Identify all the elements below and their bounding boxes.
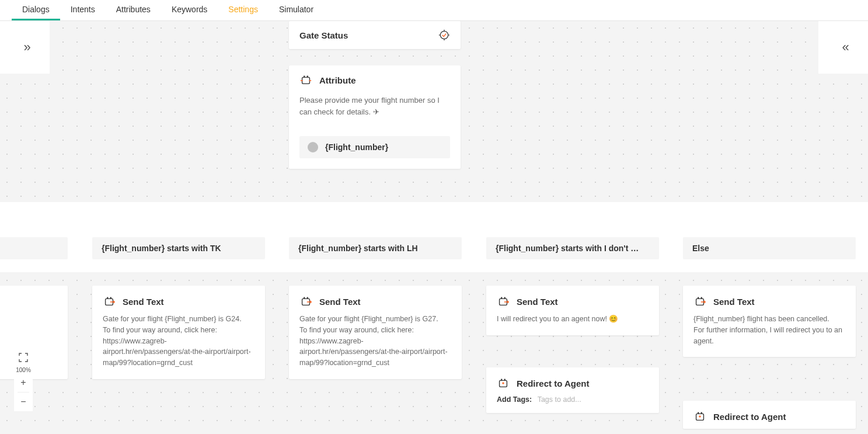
branch-lh[interactable]: {Flight_number} starts with LH <box>289 237 462 259</box>
card-body: I will redirect you to an agent now! 😊 <box>486 314 659 335</box>
attribute-text: Please provide me your flight number so … <box>289 95 461 128</box>
card-body: {Flight_number} flight has been cancelle… <box>683 314 856 357</box>
robot-agent-icon <box>693 410 706 423</box>
redirect-card-idk[interactable]: Redirect to Agent Add Tags: Tags to add.… <box>486 367 659 413</box>
svg-point-0 <box>440 31 448 39</box>
gate-status-node[interactable]: Gate Status <box>289 21 461 49</box>
tab-settings[interactable]: Settings <box>218 0 269 20</box>
chip-dot-icon <box>308 142 318 152</box>
svg-rect-5 <box>302 77 310 84</box>
robot-icon <box>497 295 510 308</box>
redirect-card-else[interactable]: Redirect to Agent <box>683 401 856 429</box>
send-text-card-ou[interactable]: Send Text _number} is G1 click rt.hr/en/… <box>0 286 68 379</box>
zoom-controls: 100% + − <box>14 348 33 411</box>
card-title: Send Text <box>517 297 558 307</box>
tab-intents[interactable]: Intents <box>60 0 106 20</box>
flow-canvas[interactable]: » « Gate Status <box>0 21 868 434</box>
add-tags-placeholder: Tags to add... <box>538 395 581 404</box>
attribute-chip[interactable]: {Flight_number} <box>299 136 450 158</box>
robot-icon <box>103 295 116 308</box>
chip-label: {Flight_number} <box>325 143 388 152</box>
robot-icon <box>299 74 312 86</box>
nav-tabs: Dialogs Intents Attributes Keywords Sett… <box>0 0 868 21</box>
robot-agent-icon <box>497 377 510 390</box>
add-tags-row[interactable]: Add Tags: Tags to add... <box>486 395 659 413</box>
card-body: Gate for your flight {Flight_number} is … <box>92 314 265 379</box>
card-title: Redirect to Agent <box>517 379 589 388</box>
add-tags-label: Add Tags: <box>497 395 532 404</box>
fit-view-button[interactable] <box>14 348 33 367</box>
tab-attributes[interactable]: Attributes <box>106 0 161 20</box>
tab-simulator[interactable]: Simulator <box>269 0 324 20</box>
attribute-title: Attribute <box>319 75 356 85</box>
right-panel-toggle[interactable]: « <box>818 21 868 74</box>
branch-idk[interactable]: {Flight_number} starts with I don't … <box>486 237 659 259</box>
card-title: Redirect to Agent <box>713 412 786 422</box>
branch-tk[interactable]: {Flight_number} starts with TK <box>92 237 265 259</box>
card-title: Send Text <box>123 297 164 307</box>
card-body: Gate for your flight {Flight_number} is … <box>289 314 462 379</box>
gate-status-title: Gate Status <box>299 30 348 40</box>
card-title: Send Text <box>713 297 755 307</box>
zoom-level: 100% <box>14 367 33 373</box>
fit-icon <box>19 353 28 362</box>
send-text-card-idk[interactable]: Send Text I will redirect you to an agen… <box>486 286 659 335</box>
robot-icon <box>299 295 312 308</box>
robot-icon <box>693 295 706 308</box>
card-body: _number} is G1 click rt.hr/en/passen t-m… <box>0 314 68 379</box>
send-text-card-lh[interactable]: Send Text Gate for your flight {Flight_n… <box>289 286 462 379</box>
card-title: Send Text <box>319 297 361 307</box>
send-text-card-else[interactable]: Send Text {Flight_number} flight has bee… <box>683 286 856 357</box>
send-text-card-tk[interactable]: Send Text Gate for your flight {Flight_n… <box>92 286 265 379</box>
chevron-left-double-icon: « <box>842 40 844 55</box>
chevron-right-double-icon: » <box>23 40 26 55</box>
zoom-in-button[interactable]: + <box>14 373 33 392</box>
tab-keywords[interactable]: Keywords <box>161 0 218 20</box>
left-panel-toggle[interactable]: » <box>0 21 50 74</box>
tab-dialogs[interactable]: Dialogs <box>12 0 60 20</box>
zoom-out-button[interactable]: − <box>14 393 33 411</box>
target-icon <box>438 29 450 41</box>
branch-else[interactable]: Else <box>683 237 856 259</box>
branch-ou[interactable]: with OU <box>0 237 68 259</box>
attribute-node[interactable]: Attribute Please provide me your flight … <box>289 65 461 169</box>
